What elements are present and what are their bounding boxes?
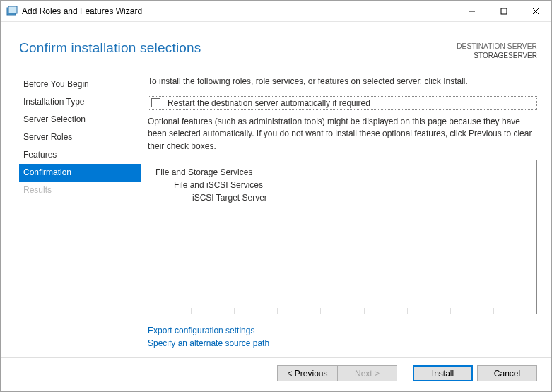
button-bar: < Previous Next > Install Cancel xyxy=(1,357,551,391)
step-confirmation[interactable]: Confirmation xyxy=(19,164,141,182)
restart-label: Restart the destination server automatic… xyxy=(168,98,370,108)
main-panel: To install the following roles, role ser… xyxy=(141,71,537,357)
step-features[interactable]: Features xyxy=(19,146,141,164)
alternate-source-link[interactable]: Specify an alternate source path xyxy=(148,337,537,350)
step-server-roles[interactable]: Server Roles xyxy=(19,129,141,146)
install-button[interactable]: Install xyxy=(413,365,473,381)
step-before-you-begin[interactable]: Before You Begin xyxy=(19,76,141,93)
export-config-link[interactable]: Export configuration settings xyxy=(148,324,537,338)
window-title: Add Roles and Features Wizard xyxy=(22,6,456,16)
wizard-steps: Before You Begin Installation Type Serve… xyxy=(19,71,141,357)
intro-text: To install the following roles, role ser… xyxy=(148,76,537,88)
feature-item: File and iSCSI Services xyxy=(155,179,529,191)
page-title: Confirm installation selections xyxy=(19,40,457,56)
ruler-ticks xyxy=(148,308,536,314)
maximize-button[interactable] xyxy=(488,1,519,21)
optional-features-note: Optional features (such as administratio… xyxy=(148,116,537,153)
destination-label: DESTINATION SERVER xyxy=(457,42,537,51)
svg-rect-3 xyxy=(501,8,507,14)
restart-checkbox[interactable] xyxy=(151,98,160,107)
feature-item: File and Storage Services xyxy=(155,166,529,179)
step-results: Results xyxy=(19,182,141,199)
step-installation-type[interactable]: Installation Type xyxy=(19,93,141,111)
close-button[interactable] xyxy=(519,1,551,21)
wizard-icon xyxy=(6,6,18,17)
destination-block: DESTINATION SERVER STORAGESERVER xyxy=(457,40,537,60)
minimize-button[interactable] xyxy=(456,1,488,21)
feature-item: iSCSI Target Server xyxy=(155,191,529,204)
links: Export configuration settings Specify an… xyxy=(148,324,537,350)
header: Confirm installation selections DESTINAT… xyxy=(1,22,551,67)
step-server-selection[interactable]: Server Selection xyxy=(19,111,141,129)
previous-button[interactable]: < Previous xyxy=(277,365,337,381)
destination-name: STORAGESERVER xyxy=(457,51,537,60)
body: Before You Begin Installation Type Serve… xyxy=(1,67,551,357)
titlebar: Add Roles and Features Wizard xyxy=(1,1,551,22)
window-controls xyxy=(456,1,551,21)
svg-rect-1 xyxy=(8,6,17,13)
restart-row[interactable]: Restart the destination server automatic… xyxy=(148,96,537,110)
cancel-button[interactable]: Cancel xyxy=(477,365,537,381)
features-list: File and Storage Services File and iSCSI… xyxy=(148,160,537,314)
next-button: Next > xyxy=(337,365,397,381)
